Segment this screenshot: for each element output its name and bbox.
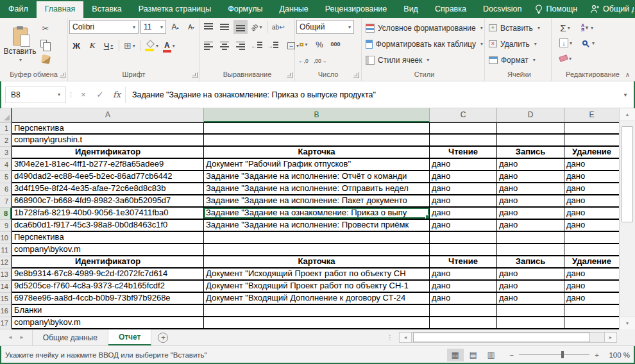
help-assistant-button[interactable]: Помощн [530,4,582,14]
cell-D8[interactable]: дано [497,208,564,220]
cell-B9[interactable]: Задание "Задание на исполнение: Провести… [204,220,430,232]
cell-A8[interactable]: 1b728fa6-8219-40b0-9056-1e307411fba0 [12,208,204,220]
column-header-A[interactable]: A [12,108,204,122]
cell-E2[interactable] [564,135,619,147]
grow-font-button[interactable]: А▴ [168,20,182,34]
cell-E7[interactable]: дано [564,195,619,208]
horizontal-scrollbar-track[interactable] [412,332,604,343]
cell-E11[interactable] [564,244,619,256]
orientation-button[interactable]: ab▾ [250,20,264,34]
cell-C6[interactable]: дано [430,183,497,195]
cell-C17[interactable] [430,317,497,329]
vertical-scrollbar[interactable]: ▲ ▼ [619,108,635,329]
ribbon-tab-view[interactable]: Вид [395,0,427,18]
cell-D10[interactable] [497,232,564,244]
zoom-out-icon[interactable]: − [510,351,514,359]
row-header-3[interactable]: 3 [0,147,12,159]
cell-D1[interactable] [497,122,564,135]
sort-filter-button[interactable]: АЯ▼▾ [580,21,595,35]
font-color-button[interactable]: А▾ [162,38,176,53]
select-all-corner[interactable] [0,108,12,122]
insert-cells-button[interactable]: + Вставить ▾ [489,20,550,36]
cell-B2[interactable] [204,135,430,147]
cell-C14[interactable]: дано [430,281,497,293]
cell-B13[interactable]: Документ "Исходящий Проект работ по объе… [204,269,430,281]
ribbon-tab-data[interactable]: Данные [271,0,317,18]
row-header-5[interactable]: 5 [0,171,12,183]
increase-decimal-button[interactable]: ←,0 [296,54,310,68]
scroll-right-icon[interactable]: ► [604,332,617,343]
formula-bar-handle[interactable]: ⁞ [70,91,71,99]
format-as-table-button[interactable]: Форматировать как таблицу ▾ [366,36,483,52]
cell-B7[interactable]: Задание "Задание на исполнение: Пакет до… [204,195,430,208]
cell-E15[interactable]: дано [564,293,619,305]
fill-button[interactable]: ↓▾ [558,36,573,50]
cell-C4[interactable]: дано [430,159,497,171]
conditional-formatting-button[interactable]: Условное форматирование ▾ [366,20,483,36]
cell-B8[interactable]: Задание "Задание на ознакомление: Приказ… [204,208,430,220]
zoom-slider-thumb[interactable] [561,351,564,358]
number-format-combo[interactable]: Общий▾ [296,20,354,34]
vertical-scrollbar-thumb[interactable] [622,126,633,222]
cell-A16[interactable]: Бланки [12,305,204,317]
dialog-launcher-icon[interactable] [353,72,359,78]
row-header-6[interactable]: 6 [0,183,12,195]
cell-B14[interactable]: Документ "Входящий Проект работ по объек… [204,281,430,293]
ribbon-tab-help[interactable]: Справка [427,0,475,18]
cell-A1[interactable]: Перспектива [12,122,204,135]
column-header-D[interactable]: D [497,108,564,122]
cell-E14[interactable]: дано [564,281,619,293]
align-top-button[interactable] [201,20,216,34]
cell-C9[interactable]: дано [430,220,497,232]
copy-button[interactable]: ▾ [38,37,53,51]
cell-E5[interactable]: дано [564,171,619,183]
scroll-up-icon[interactable]: ▲ [620,108,635,121]
cell-B16[interactable] [204,305,430,317]
cell-A11[interactable]: company\bykov.m [12,244,204,256]
cell-D6[interactable]: дано [497,183,564,195]
sheet-tab-0[interactable]: Общие данные [33,329,108,345]
name-box[interactable]: B8 ▾ [5,87,66,103]
ribbon-tab-formulas[interactable]: Формулы [219,0,271,18]
zoom-percentage[interactable]: 100 % [604,351,630,359]
scroll-down-icon[interactable]: ▼ [620,317,635,329]
clear-button[interactable]: ▾ [558,51,573,65]
dialog-launcher-icon[interactable] [192,72,198,78]
cell-D5[interactable]: дано [497,171,564,183]
align-bottom-button[interactable] [233,20,248,34]
cell-C8[interactable]: дано [430,208,497,220]
shrink-font-button[interactable]: А▾ [184,20,198,34]
ribbon-tab-file[interactable]: Файл [0,0,37,18]
formula-input[interactable]: Задание "Задание на ознакомление: Приказ… [125,87,618,103]
cancel-button[interactable]: × [75,87,92,103]
cell-D15[interactable]: дано [497,293,564,305]
ribbon-tab-review[interactable]: Рецензирование [317,0,396,18]
ribbon-tab-layout[interactable]: Разметка страницы [130,0,219,18]
cell-B1[interactable] [204,122,430,135]
increase-indent-button[interactable]: → [266,38,280,53]
cell-C10[interactable] [430,232,497,244]
cell-B6[interactable]: Задание "Задание на исполнение: Отправит… [204,183,430,195]
cell-A9[interactable]: dca6b0d1-f917-45c3-98a8-0b0d8463c1f0 [12,220,204,232]
page-break-view-button[interactable]: ▥ [483,349,500,361]
cell-E10[interactable] [564,232,619,244]
row-header-10[interactable]: 10 [0,232,12,244]
ribbon-tab-docsvision[interactable]: Docsvision [475,0,530,18]
fill-color-button[interactable]: ▾ [144,38,160,53]
cell-B15[interactable]: Документ "Входящий Дополнение к договору… [204,293,430,305]
cell-C1[interactable] [430,122,497,135]
cell-A7[interactable]: 668900c7-b668-4fd9-8982-3a60b52095d7 [12,195,204,208]
italic-button[interactable]: К [85,38,99,53]
cell-B5[interactable]: Задание "Задание на исполнение: Отчёт о … [204,171,430,183]
prev-sheet-icon[interactable]: ◄ [8,335,13,340]
cell-D13[interactable]: дано [497,269,564,281]
row-header-13[interactable]: 13 [0,269,12,281]
column-header-E[interactable]: E [564,108,619,122]
cell-E13[interactable]: дано [564,269,619,281]
dialog-launcher-icon[interactable] [60,72,65,78]
cell-B17[interactable] [204,317,430,329]
accounting-format-button[interactable]: ¤▾ [296,37,310,51]
cell-A4[interactable]: 3f04e2e1-81ec-4ff1-b277-e2f8a65adee9 [12,159,204,171]
cell-A10[interactable]: Перспектива [12,232,204,244]
column-header-C[interactable]: C [430,108,497,122]
